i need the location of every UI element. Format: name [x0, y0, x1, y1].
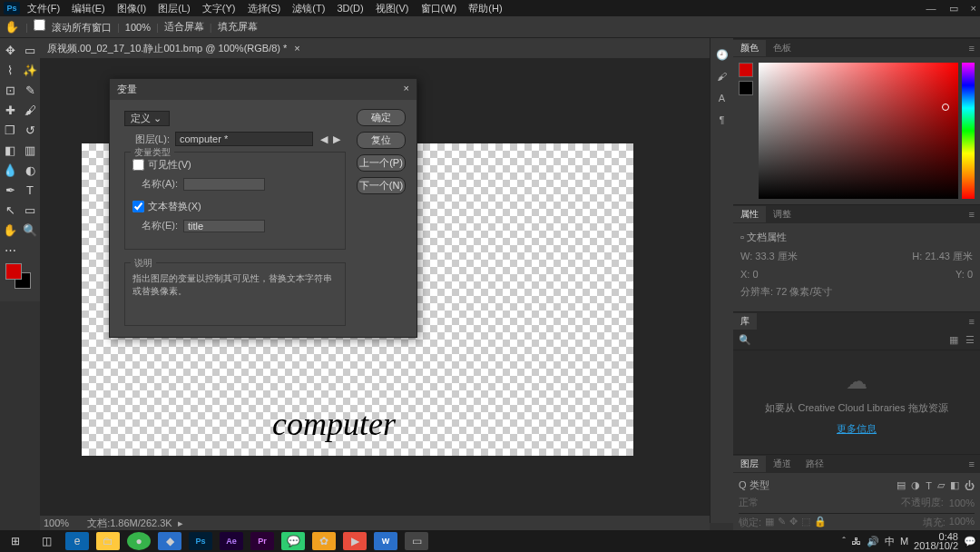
adjustments-tab[interactable]: 调整	[766, 206, 799, 222]
visibility-checkbox[interactable]	[132, 159, 144, 171]
path-tool[interactable]: ↖	[2, 202, 18, 218]
document-close-icon[interactable]: ×	[294, 43, 299, 54]
history-icon[interactable]: 🕘	[714, 49, 730, 65]
menu-filter[interactable]: 滤镜(T)	[292, 3, 325, 14]
zoom-field[interactable]: 100%	[125, 22, 151, 33]
channels-tab[interactable]: 通道	[766, 456, 799, 472]
dialog-close-icon[interactable]: ×	[404, 83, 409, 96]
library-more-link[interactable]: 更多信息	[837, 422, 877, 436]
menu-3d[interactable]: 3D(D)	[337, 3, 363, 14]
word-icon[interactable]: W	[374, 532, 397, 550]
menu-help[interactable]: 帮助(H)	[468, 3, 502, 14]
filter-type-icon[interactable]: T	[926, 480, 932, 491]
gradient-tool[interactable]: ▥	[22, 142, 38, 158]
filter-adjust-icon[interactable]: ◑	[911, 479, 920, 491]
character-icon[interactable]: A	[714, 93, 730, 109]
panel-menu-icon[interactable]: ≡	[969, 43, 975, 54]
premiere-icon[interactable]: Pr	[250, 532, 274, 550]
color-swatch-pair[interactable]	[5, 263, 34, 292]
color-field[interactable]	[759, 63, 958, 199]
eraser-tool[interactable]: ◧	[2, 142, 18, 158]
tray-up-icon[interactable]: ˆ	[842, 536, 846, 547]
color-fg-swatch[interactable]	[739, 63, 753, 77]
menu-window[interactable]: 窗口(W)	[421, 3, 457, 14]
app4-icon[interactable]: ▶	[343, 532, 367, 550]
shape-tool[interactable]: ▭	[22, 202, 38, 218]
heal-tool[interactable]: ✚	[2, 102, 18, 118]
stamp-tool[interactable]: ❐	[2, 122, 18, 138]
properties-tab[interactable]: 属性	[733, 206, 766, 222]
panel-menu-icon[interactable]: ≡	[969, 316, 975, 327]
dialog-title-bar[interactable]: 变量 ×	[110, 79, 416, 100]
tray-vol-icon[interactable]: 🔊	[867, 536, 879, 547]
app1-icon[interactable]: ●	[127, 532, 151, 550]
filter-image-icon[interactable]: ▤	[897, 479, 906, 491]
tray-net-icon[interactable]: 🖧	[851, 536, 861, 547]
textreplace-checkbox[interactable]	[132, 201, 144, 212]
fit-screen-button[interactable]: 适合屏幕	[164, 20, 204, 34]
menu-view[interactable]: 视图(V)	[376, 3, 409, 14]
ok-button[interactable]: 确定	[357, 109, 406, 126]
layer-select[interactable]: computer *	[175, 132, 313, 146]
hand-tool-icon[interactable]: ✋	[4, 19, 20, 35]
menu-select[interactable]: 选择(S)	[248, 3, 281, 14]
prev-button[interactable]: 上一个(P)	[357, 154, 406, 172]
brush-settings-icon[interactable]: 🖌	[714, 71, 730, 87]
status-zoom[interactable]: 100%	[44, 518, 69, 528]
wechat-icon[interactable]: 💬	[281, 532, 305, 550]
zoom-tool[interactable]: 🔍	[22, 222, 38, 238]
layers-tab[interactable]: 图层	[733, 456, 766, 472]
explorer-icon[interactable]: 🗀	[96, 532, 120, 550]
menu-file[interactable]: 文件(F)	[27, 3, 60, 14]
photoshop-icon[interactable]: Ps	[189, 532, 212, 550]
lock-all-icon[interactable]: 🔒	[814, 516, 827, 529]
next-button[interactable]: 下一个(N)	[357, 177, 406, 194]
history-brush-tool[interactable]: ↺	[22, 122, 38, 138]
hue-strip[interactable]	[962, 63, 975, 199]
filter-toggle-icon[interactable]: ⏻	[965, 480, 975, 491]
blur-tool[interactable]: 💧	[2, 162, 18, 178]
canvas-text-layer[interactable]: computer	[272, 405, 396, 443]
lock-transparent-icon[interactable]: ▦	[765, 516, 774, 529]
tray-date[interactable]: 2018/10/2	[914, 541, 958, 550]
close-button[interactable]: ×	[971, 3, 976, 15]
menu-edit[interactable]: 编辑(E)	[72, 3, 105, 14]
paragraph-icon[interactable]: ¶	[714, 114, 730, 131]
hand-tool[interactable]: ✋	[2, 222, 18, 238]
start-button[interactable]: ⊞	[4, 532, 27, 550]
edge-icon[interactable]: e	[65, 532, 89, 550]
menu-image[interactable]: 图像(I)	[117, 3, 146, 14]
dodge-tool[interactable]: ◐	[22, 162, 38, 178]
lock-nesting-icon[interactable]: ⬚	[801, 516, 810, 529]
layer-prev-icon[interactable]: ◀	[320, 133, 333, 144]
libraries-tab[interactable]: 库	[733, 313, 757, 330]
brush-tool[interactable]: 🖌	[22, 102, 38, 118]
list-view-icon[interactable]: ☰	[965, 334, 975, 346]
minimize-button[interactable]: —	[926, 3, 936, 15]
app3-icon[interactable]: ✿	[312, 532, 336, 550]
filter-shape-icon[interactable]: ▱	[937, 479, 945, 491]
foreground-swatch[interactable]	[5, 263, 22, 280]
lock-position-icon[interactable]: ✥	[789, 516, 798, 529]
paths-tab[interactable]: 路径	[799, 456, 831, 472]
pen-tool[interactable]: ✒	[2, 182, 18, 198]
tray-input-icon[interactable]: M	[900, 536, 908, 547]
fill-screen-button[interactable]: 填充屏幕	[218, 20, 258, 34]
name2-input[interactable]: title	[183, 220, 265, 232]
eyedropper-tool[interactable]: ✎	[22, 82, 38, 98]
menu-text[interactable]: 文字(Y)	[202, 3, 236, 14]
aftereffects-icon[interactable]: Ae	[220, 532, 243, 550]
filter-kind[interactable]: Q 类型	[739, 478, 769, 492]
fill-value[interactable]: 100%	[949, 516, 975, 529]
filter-smart-icon[interactable]: ◧	[950, 479, 959, 491]
grid-view-icon[interactable]: ▦	[949, 334, 958, 346]
color-bg-swatch[interactable]	[739, 81, 753, 95]
tray-ime-icon[interactable]: 中	[885, 535, 895, 548]
lasso-tool[interactable]: ⌇	[2, 62, 18, 78]
crop-tool[interactable]: ⊡	[2, 82, 18, 98]
search-icon[interactable]: 🔍	[739, 334, 751, 346]
panel-menu-icon[interactable]: ≡	[969, 209, 975, 220]
menu-layer[interactable]: 图层(L)	[158, 3, 190, 14]
tray-notify-icon[interactable]: 💬	[964, 536, 976, 547]
layer-next-icon[interactable]: ▶	[333, 133, 346, 144]
